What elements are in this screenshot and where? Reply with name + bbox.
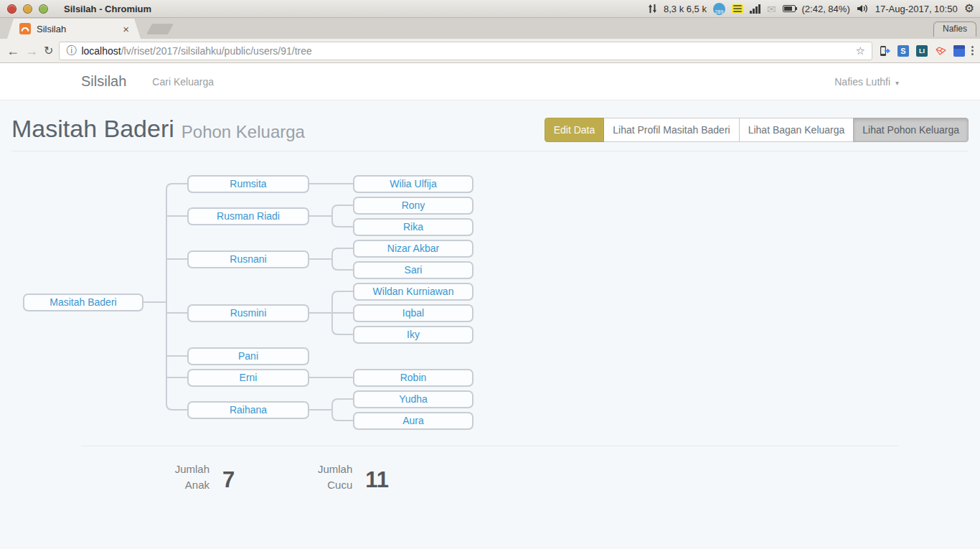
stat-value-anak: 7 — [222, 467, 235, 493]
messenger-badge-icon[interactable]: 289 — [713, 3, 725, 15]
browser-menu-icon[interactable] — [971, 46, 974, 55]
site-info-icon[interactable]: ⓘ — [66, 44, 76, 57]
battery-text: (2:42, 84%) — [802, 4, 850, 14]
tree-node-label: Wildan Kurniawan — [373, 286, 454, 297]
lihat-pohon-button[interactable]: Lihat Pohon Keluarga — [853, 118, 969, 142]
tree-node-label: Aura — [402, 415, 424, 426]
tab-close-icon[interactable]: × — [123, 24, 129, 34]
tree-node-label: Rumsita — [230, 178, 266, 189]
app-navbar: Silsilah Cari Keluarga Nafies Luthfi ▾ — [0, 63, 980, 100]
tree-node-label: Erni — [240, 372, 258, 383]
network-rate-text: 8,3 k 6,5 k — [664, 4, 707, 14]
lihat-bagan-button[interactable]: Lihat Bagan Keluarga — [739, 118, 854, 142]
tree-node-label: Masitah Baderi — [50, 296, 116, 308]
family-tree: Wilia UlfijaRumsitaRonyRikaRusman RiadiN… — [11, 154, 969, 439]
back-button[interactable]: ← — [6, 44, 19, 57]
tree-node-label: Rika — [403, 221, 423, 233]
tree-node[interactable]: Yudha — [353, 390, 473, 408]
tree-node-label: Rony — [402, 200, 425, 211]
playlist-indicator-icon[interactable] — [732, 4, 743, 14]
s-extension-icon[interactable]: S — [897, 44, 910, 57]
tree-node[interactable]: Masitah Baderi — [23, 294, 143, 311]
tree-node-label: Raihana — [230, 404, 267, 416]
tree-node[interactable]: Nizar Akbar — [353, 240, 473, 258]
browser-profile-badge[interactable]: Nafies — [933, 22, 976, 37]
tree-node-label: Iky — [407, 329, 420, 340]
stats-row: Jumlah Anak 7 Jumlah Cucu 11 — [81, 461, 899, 493]
stat-label-anak: Jumlah Anak — [164, 461, 209, 493]
edit-data-button[interactable]: Edit Data — [545, 118, 605, 142]
tree-node-label: Yudha — [399, 393, 428, 405]
battery-icon[interactable] — [783, 5, 796, 12]
window-minimize-button[interactable] — [23, 4, 32, 14]
tab-silsilah[interactable]: Silsilah × — [7, 19, 141, 39]
desktop-top-panel: Silsilah - Chromium 8,3 k 6,5 k 289 ✉ (2… — [0, 0, 980, 18]
tree-node-label: Rusman Riadi — [217, 210, 280, 222]
tree-node[interactable]: Rony — [353, 197, 473, 215]
window-controls — [7, 4, 48, 14]
url-path: /lv/riset/2017/silsilahku/public/users/9… — [121, 45, 312, 57]
divider — [81, 446, 899, 446]
window-close-button[interactable] — [7, 4, 17, 14]
tree-node[interactable]: Rusmini — [187, 304, 309, 322]
window-title: Silsilah - Chromium — [64, 4, 151, 14]
tree-node[interactable]: Rumsita — [187, 175, 309, 193]
reload-button[interactable]: ↻ — [44, 45, 53, 57]
blue-extension-icon[interactable] — [953, 44, 966, 57]
tree-node-label: Wilia Ulfija — [390, 178, 436, 189]
app-brand[interactable]: Silsilah — [81, 73, 126, 90]
address-bar[interactable]: ⓘ localhost/lv/riset/2017/silsilahku/pub… — [59, 42, 872, 60]
system-tray: 8,3 k 6,5 k 289 ✉ (2:42, 84%) 17-Aug-201… — [648, 3, 974, 15]
chevron-down-icon: ▾ — [895, 79, 899, 87]
forward-button[interactable]: → — [25, 44, 38, 57]
tree-node-label: Nizar Akbar — [387, 243, 439, 254]
tab-title: Silsilah — [37, 24, 118, 34]
tree-node-label: Rusmini — [230, 307, 267, 319]
volume-icon[interactable] — [857, 4, 869, 14]
tree-node[interactable]: Iqbal — [353, 304, 473, 322]
laravel-extension-icon[interactable] — [934, 44, 947, 57]
browser-toolbar: ← → ↻ ⓘ localhost/lv/riset/2017/silsilah… — [0, 39, 980, 63]
window-maximize-button[interactable] — [39, 4, 48, 14]
nav-link-cari-keluarga[interactable]: Cari Keluarga — [152, 76, 214, 88]
clock-text[interactable]: 17-Aug-2017, 10:50 — [875, 4, 958, 14]
signal-strength-icon[interactable] — [750, 4, 760, 14]
settings-gear-icon[interactable]: ⚙ — [964, 3, 974, 14]
tree-node-label: Iqbal — [402, 307, 424, 319]
stat-label-cucu: Jumlah Cucu — [306, 461, 352, 493]
xampp-favicon — [19, 22, 32, 35]
tree-node[interactable]: Aura — [353, 412, 473, 430]
tree-node[interactable]: Iky — [353, 326, 473, 344]
tree-node-label: Sari — [405, 264, 423, 276]
tree-node[interactable]: Rusman Riadi — [187, 207, 309, 225]
tree-node[interactable]: Wildan Kurniawan — [353, 283, 473, 301]
tree-node[interactable]: Robin — [353, 369, 473, 387]
tree-node[interactable]: Pani — [187, 347, 309, 365]
url-host: localhost — [81, 45, 121, 57]
tree-node-label: Robin — [400, 372, 427, 383]
network-updown-icon[interactable] — [648, 4, 657, 14]
mail-indicator-icon[interactable]: ✉ — [767, 4, 776, 14]
user-dropdown-label: Nafies Luthfi — [834, 76, 890, 88]
li-extension-icon[interactable]: LI — [915, 44, 928, 57]
send-to-phone-extension-icon[interactable] — [878, 44, 891, 57]
page-subtitle: Pohon Keluarga — [182, 122, 305, 142]
new-tab-button[interactable] — [146, 24, 174, 34]
user-dropdown[interactable]: Nafies Luthfi ▾ — [834, 76, 899, 88]
tree-node[interactable]: Wilia Ulfija — [353, 175, 473, 193]
tree-node[interactable]: Rusnani — [187, 250, 309, 268]
tree-node[interactable]: Sari — [353, 261, 473, 279]
tree-node[interactable]: Erni — [187, 369, 309, 387]
tree-node[interactable]: Rika — [353, 218, 473, 236]
tree-node[interactable]: Raihana — [187, 401, 309, 419]
bookmark-star-icon[interactable]: ☆ — [856, 44, 865, 57]
web-page: Silsilah Cari Keluarga Nafies Luthfi ▾ M… — [0, 63, 980, 548]
page-title: Masitah Baderi — [11, 116, 174, 142]
action-button-group: Edit Data Lihat Profil Masitah Baderi Li… — [545, 118, 969, 142]
divider — [11, 151, 969, 151]
tab-strip: Silsilah × Nafies — [0, 18, 980, 39]
lihat-profil-button[interactable]: Lihat Profil Masitah Baderi — [603, 118, 739, 142]
stat-value-cucu: 11 — [365, 467, 389, 493]
tree-node-label: Pani — [238, 350, 258, 362]
tree-connectors — [11, 154, 969, 439]
